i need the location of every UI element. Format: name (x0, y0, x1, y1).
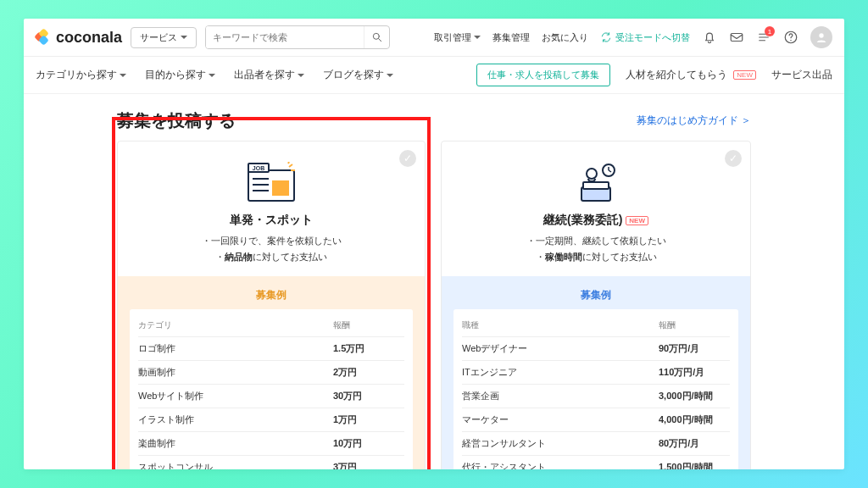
examples-heading: 募集例 (130, 285, 413, 309)
logo-mark-icon (36, 30, 51, 45)
nav-boshuu[interactable]: 募集管理 (492, 31, 530, 44)
card-spot-title: 単発・スポット (230, 213, 313, 228)
chevron-down-icon (298, 69, 304, 81)
user-icon (815, 30, 828, 44)
table-row: マーケター4,000円/時間 (462, 408, 730, 432)
examples-table: カテゴリ報酬 ロゴ制作1.5万円動画制作2万円Webサイト制作30万円イラスト制… (130, 309, 413, 469)
examples-heading: 募集例 (453, 285, 738, 309)
chevron-down-icon (120, 69, 126, 81)
svg-rect-2 (731, 34, 743, 42)
nav-okiniiri[interactable]: お気に入り (542, 31, 588, 44)
table-row: ITエンジニア110万円/月 (462, 361, 730, 385)
subnav-seller[interactable]: 出品者を探す (234, 68, 304, 82)
chevron-down-icon (209, 69, 215, 81)
header-right: 取引管理 募集管理 お気に入り 受注モードへ切替 1 (434, 26, 832, 48)
new-badge: NEW (626, 216, 648, 225)
search-button[interactable] (364, 26, 389, 48)
option-cards: ✓ JOB 単発・スポット ・一回限りで、案件を依頼したい・納品物に対してお支払… (117, 141, 751, 469)
bell-button[interactable] (702, 30, 717, 45)
brand-name: coconala (56, 29, 122, 47)
list-button[interactable]: 1 (756, 30, 771, 45)
table-row: ロゴ制作1.5万円 (138, 337, 404, 361)
logo[interactable]: coconala (36, 29, 122, 47)
mail-button[interactable] (729, 30, 744, 45)
search-icon (371, 31, 383, 43)
table-row: 経営コンサルタント80万円/月 (462, 432, 730, 456)
subnav-category[interactable]: カテゴリから探す (36, 68, 126, 82)
worker-illustration-icon (450, 160, 742, 208)
refresh-icon (600, 31, 612, 43)
referral-link[interactable]: 人材を紹介してもらうNEW (626, 68, 756, 82)
table-row: イラスト制作1万円 (138, 408, 404, 432)
new-badge: NEW (733, 70, 756, 80)
card-continuous-desc: ・一定期間、継続して依頼したい・稼働時間に対してお支払い (450, 233, 742, 264)
main-content: 募集を投稿する 募集のはじめ方ガイド ＞ ✓ JOB 単発・スポット ・一回限り… (24, 94, 844, 469)
subnav-purpose[interactable]: 目的から探す (145, 68, 215, 82)
svg-line-1 (378, 39, 381, 42)
chevron-down-icon (387, 69, 393, 81)
card-spot[interactable]: ✓ JOB 単発・スポット ・一回限りで、案件を依頼したい・納品物に対してお支払… (117, 141, 426, 469)
table-row: スポットコンサル3万円 (138, 456, 404, 469)
service-listing-link[interactable]: サービス出品 (771, 68, 832, 82)
app-window: coconala サービス 取引管理 募集管理 お気に入り 受注モードへ切替 (24, 19, 844, 469)
svg-rect-17 (583, 182, 609, 189)
mode-switch[interactable]: 受注モードへ切替 (600, 31, 690, 44)
svg-point-7 (790, 40, 792, 42)
search-box (205, 25, 390, 49)
subnav-blog[interactable]: ブログを探す (323, 68, 393, 82)
guide-link[interactable]: 募集のはじめ方ガイド ＞ (637, 114, 751, 128)
mail-icon (729, 30, 744, 45)
examples-table: 職種報酬 Webデザイナー90万円/月ITエンジニア110万円/月営業企画3,0… (453, 309, 738, 469)
check-icon: ✓ (399, 150, 416, 167)
table-row: 動画制作2万円 (138, 361, 404, 385)
svg-point-18 (587, 169, 597, 179)
card-spot-desc: ・一回限りで、案件を依頼したい・納品物に対してお支払い (126, 233, 416, 264)
card-continuous-examples: 募集例 職種報酬 Webデザイナー90万円/月ITエンジニア110万円/月営業企… (442, 276, 750, 469)
table-body: Webデザイナー90万円/月ITエンジニア110万円/月営業企画3,000円/時… (462, 337, 730, 469)
service-dropdown-label: サービス (140, 31, 177, 44)
table-row: 営業企画3,000円/時間 (462, 385, 730, 408)
table-header: 職種報酬 (462, 314, 730, 337)
search-input[interactable] (206, 26, 364, 48)
post-job-button[interactable]: 仕事・求人を投稿して募集 (476, 64, 610, 86)
bell-icon (702, 30, 717, 45)
subheader: カテゴリから探す 目的から探す 出品者を探す ブログを探す 仕事・求人を投稿して… (24, 57, 844, 94)
notification-badge: 1 (765, 26, 775, 36)
table-row: Webサイト制作30万円 (138, 385, 404, 408)
card-continuous-title: 継続(業務委託) NEW (543, 213, 648, 228)
help-icon (783, 30, 798, 45)
card-continuous[interactable]: ✓ 継続(業務委託) NEW ・一定期間、継続して依頼したい・稼働時間に対してお… (441, 141, 751, 469)
table-row: 代行・アシスタント1,500円/時間 (462, 456, 730, 469)
avatar[interactable] (810, 26, 832, 48)
table-body: ロゴ制作1.5万円動画制作2万円Webサイト制作30万円イラスト制作1万円楽曲制… (138, 337, 404, 469)
card-spot-examples: 募集例 カテゴリ報酬 ロゴ制作1.5万円動画制作2万円Webサイト制作30万円イ… (118, 276, 425, 469)
svg-text:JOB: JOB (253, 165, 264, 171)
help-button[interactable] (783, 30, 798, 45)
check-icon: ✓ (725, 150, 742, 167)
svg-point-0 (373, 33, 379, 39)
job-illustration-icon: JOB (126, 160, 416, 208)
svg-rect-12 (272, 180, 289, 196)
header: coconala サービス 取引管理 募集管理 お気に入り 受注モードへ切替 (24, 19, 844, 57)
service-dropdown[interactable]: サービス (131, 27, 197, 48)
svg-point-8 (819, 33, 823, 37)
page-title: 募集を投稿する (117, 109, 236, 132)
chevron-down-icon (181, 32, 187, 42)
nav-torihiki[interactable]: 取引管理 (434, 31, 481, 44)
table-row: 楽曲制作10万円 (138, 432, 404, 456)
chevron-down-icon (474, 32, 481, 42)
table-header: カテゴリ報酬 (138, 314, 404, 337)
table-row: Webデザイナー90万円/月 (462, 337, 730, 361)
